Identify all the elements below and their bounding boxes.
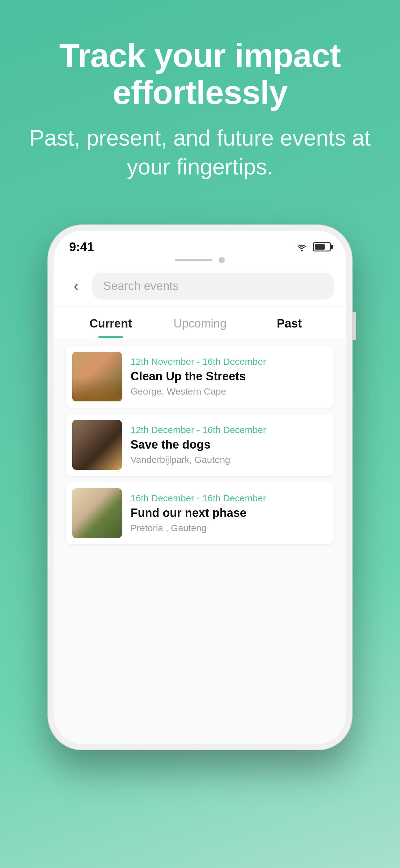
event-thumbnail: [72, 488, 122, 538]
svg-point-0: [301, 250, 303, 251]
search-input[interactable]: Search events: [92, 273, 334, 300]
battery-icon: [313, 242, 331, 251]
search-bar: ‹ Search events: [54, 266, 346, 306]
event-title: Fund our next phase: [131, 506, 328, 520]
status-time: 9:41: [69, 240, 94, 254]
speaker: [175, 259, 212, 261]
tab-bar: Current Upcoming Past: [54, 306, 346, 338]
notch-area: [54, 257, 346, 266]
status-icons: [295, 242, 331, 252]
list-item[interactable]: 16th December - 16th December Fund our n…: [66, 482, 334, 544]
event-location: Pretoria , Gauteng: [131, 523, 328, 533]
tab-past[interactable]: Past: [245, 306, 334, 338]
front-camera: [219, 257, 225, 263]
hero-section: Track your impact effortlessly Past, pre…: [0, 0, 400, 200]
status-bar: 9:41: [54, 231, 346, 257]
event-thumbnail: [72, 352, 122, 401]
event-info: 16th December - 16th December Fund our n…: [131, 493, 328, 533]
phone-outer: 9:41 ‹: [48, 225, 352, 750]
event-info: 12th November - 16th December Clean Up t…: [131, 356, 328, 397]
event-title: Save the dogs: [131, 438, 328, 452]
hero-subtitle: Past, present, and future events at your…: [25, 124, 375, 182]
event-location: George, Western Cape: [131, 386, 328, 397]
list-item[interactable]: 12th November - 16th December Clean Up t…: [66, 345, 334, 408]
wifi-icon: [295, 242, 308, 252]
event-info: 12th December - 16th December Save the d…: [131, 425, 328, 465]
bottom-spacer: [66, 550, 334, 737]
hero-title: Track your impact effortlessly: [25, 37, 375, 111]
back-button[interactable]: ‹: [66, 276, 86, 296]
back-chevron-icon: ‹: [74, 279, 78, 293]
tab-upcoming[interactable]: Upcoming: [155, 306, 245, 338]
phone-inner: 9:41 ‹: [54, 231, 346, 744]
phone-mockup: 9:41 ‹: [48, 225, 352, 784]
event-date: 12th December - 16th December: [131, 425, 328, 435]
event-list: 12th November - 16th December Clean Up t…: [54, 338, 346, 744]
list-item[interactable]: 12th December - 16th December Save the d…: [66, 414, 334, 476]
event-date: 16th December - 16th December: [131, 493, 328, 503]
event-date: 12th November - 16th December: [131, 356, 328, 367]
event-title: Clean Up the Streets: [131, 369, 328, 384]
tab-current[interactable]: Current: [66, 306, 155, 338]
event-thumbnail: [72, 420, 122, 470]
event-location: Vanderbijlpark, Gauteng: [131, 455, 328, 465]
